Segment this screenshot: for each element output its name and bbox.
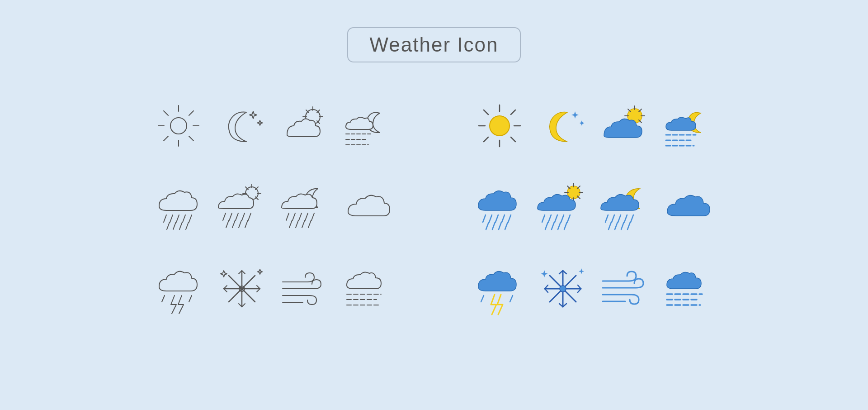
svg-line-99: [492, 222, 495, 229]
svg-line-37: [223, 213, 226, 220]
svg-line-24: [189, 215, 192, 222]
outline-sun-icon: [149, 90, 208, 162]
svg-line-114: [567, 215, 570, 222]
svg-line-123: [631, 215, 633, 222]
svg-line-118: [564, 222, 567, 229]
color-sun-icon: [470, 90, 529, 162]
svg-line-51: [289, 220, 292, 228]
svg-line-23: [183, 215, 185, 222]
color-cloud-icon: [660, 171, 719, 243]
outline-grid: [149, 90, 398, 325]
outline-cloud-icon: [339, 171, 398, 243]
color-moon-stars-icon: [533, 90, 592, 162]
svg-line-120: [612, 215, 614, 222]
svg-line-38: [229, 213, 232, 220]
svg-line-80: [511, 110, 515, 114]
svg-line-22: [176, 215, 179, 222]
outline-moon-stars-icon: [212, 90, 271, 162]
svg-line-125: [615, 222, 618, 229]
svg-line-122: [624, 215, 627, 222]
svg-line-117: [558, 222, 561, 229]
svg-line-78: [484, 110, 488, 114]
svg-line-55: [162, 296, 165, 302]
svg-line-98: [486, 222, 489, 229]
svg-line-50: [311, 213, 314, 220]
color-rain-moon-icon: [597, 171, 656, 243]
svg-line-115: [545, 222, 548, 229]
svg-line-25: [167, 222, 170, 229]
svg-line-6: [189, 136, 193, 141]
outline-rain-moon-icon: [276, 171, 335, 243]
svg-line-52: [296, 220, 298, 228]
outline-fog-night-icon: [339, 90, 398, 162]
svg-line-113: [561, 215, 564, 222]
color-rain-sun-icon: [533, 171, 592, 243]
svg-line-45: [245, 220, 248, 228]
color-cloud-sun-icon: [597, 90, 656, 162]
svg-line-54: [308, 220, 311, 228]
svg-line-112: [555, 215, 557, 222]
svg-line-7: [189, 111, 193, 115]
svg-line-129: [510, 296, 513, 302]
color-wind-icon: [597, 253, 656, 325]
svg-line-26: [173, 222, 176, 229]
svg-line-47: [292, 213, 295, 220]
svg-line-42: [226, 220, 229, 228]
icons-section: [149, 90, 719, 325]
outline-wind-icon: [276, 253, 335, 325]
svg-line-28: [186, 222, 189, 229]
outline-rain-sun-icon: [212, 171, 271, 243]
color-grid: [470, 90, 719, 325]
svg-point-73: [490, 116, 509, 136]
svg-line-46: [286, 213, 289, 220]
svg-line-43: [232, 220, 235, 228]
svg-line-101: [505, 222, 508, 229]
svg-line-93: [483, 215, 486, 222]
outline-rain-icon: [149, 171, 208, 243]
svg-line-128: [481, 296, 484, 302]
svg-line-20: [164, 215, 166, 222]
outline-fog-icon: [339, 253, 398, 325]
svg-line-116: [552, 222, 554, 229]
outline-cloud-sun-icon: [276, 90, 335, 162]
page-title: Weather Icon: [370, 33, 499, 56]
svg-point-0: [170, 118, 187, 134]
svg-line-94: [489, 215, 492, 222]
svg-line-119: [605, 215, 608, 222]
outline-snow-icon: [212, 253, 271, 325]
svg-line-41: [248, 213, 251, 220]
svg-line-97: [508, 215, 511, 222]
color-thunder-icon: [470, 253, 529, 325]
svg-line-124: [609, 222, 611, 229]
svg-line-96: [502, 215, 505, 222]
svg-line-21: [170, 215, 173, 222]
svg-line-8: [164, 136, 168, 141]
svg-point-134: [560, 286, 566, 292]
color-snow-icon: [533, 253, 592, 325]
color-fog-icon: [660, 253, 719, 325]
color-fog-night-icon: [660, 90, 719, 162]
svg-line-48: [299, 213, 302, 220]
svg-line-121: [618, 215, 621, 222]
svg-line-56: [189, 296, 192, 302]
svg-line-53: [302, 220, 305, 228]
svg-line-111: [548, 215, 551, 222]
svg-line-5: [164, 111, 168, 115]
svg-line-27: [179, 222, 182, 229]
page-title-box: Weather Icon: [347, 27, 521, 62]
svg-line-110: [542, 215, 545, 222]
outline-thunder-icon: [149, 253, 208, 325]
svg-line-79: [511, 137, 515, 142]
svg-line-126: [621, 222, 624, 229]
color-rain-icon: [470, 171, 529, 243]
svg-line-127: [627, 222, 630, 229]
svg-line-44: [239, 220, 241, 228]
svg-line-100: [499, 222, 501, 229]
svg-line-81: [484, 137, 488, 142]
svg-line-40: [242, 213, 245, 220]
svg-line-39: [236, 213, 238, 220]
svg-line-49: [305, 213, 308, 220]
svg-line-95: [495, 215, 498, 222]
